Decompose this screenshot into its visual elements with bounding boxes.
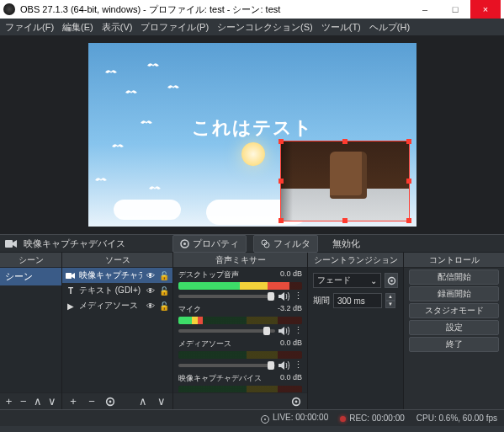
transitions-body: フェード ⌄ 期間 300 ms ▲▼ bbox=[308, 268, 403, 409]
context-source-name: 映像キャプチャデバイス bbox=[24, 237, 125, 250]
preview-canvas[interactable]: これはテスト bbox=[88, 43, 416, 227]
remove-source-button[interactable]: − bbox=[84, 395, 99, 408]
scene-item[interactable]: シーン bbox=[0, 268, 61, 285]
studio-mode-button[interactable]: スタジオモード bbox=[409, 303, 499, 318]
sources-list[interactable]: 映像キャプチャデバ 👁 🔓 T テキスト (GDI+) 👁 🔓 ▶ メディアソー… bbox=[62, 268, 172, 392]
exit-button[interactable]: 終了 bbox=[409, 337, 499, 352]
filters-button[interactable]: フィルタ bbox=[253, 235, 318, 253]
visibility-toggle[interactable]: 👁 bbox=[146, 286, 156, 296]
text-icon: T bbox=[66, 286, 76, 296]
channel-menu-button[interactable]: ⋮ bbox=[294, 325, 302, 336]
maximize-button[interactable]: □ bbox=[440, 0, 470, 19]
speaker-icon[interactable] bbox=[279, 326, 290, 336]
channel-db: 0.0 dB bbox=[280, 373, 302, 384]
disable-label: 無効化 bbox=[332, 237, 360, 250]
svg-point-7 bbox=[109, 400, 112, 403]
svg-point-2 bbox=[183, 243, 186, 245]
mixer-header[interactable]: 音声ミキサー bbox=[173, 253, 307, 268]
svg-point-11 bbox=[390, 280, 393, 282]
transitions-header[interactable]: シーントランジション bbox=[308, 253, 403, 268]
svg-rect-5 bbox=[66, 272, 72, 278]
duration-stepper[interactable]: ▲▼ bbox=[385, 293, 395, 308]
speaker-icon[interactable] bbox=[279, 291, 290, 301]
volume-slider[interactable] bbox=[178, 295, 275, 298]
source-down-button[interactable]: ∨ bbox=[154, 395, 169, 408]
resize-handle[interactable] bbox=[406, 179, 411, 184]
start-recording-button[interactable]: 録画開始 bbox=[409, 286, 499, 301]
lock-toggle[interactable]: 🔓 bbox=[159, 271, 169, 280]
filters-label: フィルタ bbox=[273, 237, 310, 250]
mixer-body: デスクトップ音声0.0 dB ⋮マイク-3.2 dB ⋮メディアソース0.0 d… bbox=[173, 268, 307, 392]
source-item[interactable]: 映像キャプチャデバ 👁 🔓 bbox=[62, 268, 172, 283]
mixer-channel: メディアソース0.0 dB ⋮ bbox=[173, 337, 307, 371]
preview-bird bbox=[95, 176, 107, 184]
remove-scene-button[interactable]: − bbox=[18, 395, 29, 408]
resize-handle[interactable] bbox=[342, 139, 347, 144]
channel-name: デスクトップ音声 bbox=[178, 269, 239, 280]
resize-handle[interactable] bbox=[279, 218, 284, 223]
settings-button[interactable]: 設定 bbox=[409, 320, 499, 335]
visibility-toggle[interactable]: 👁 bbox=[146, 301, 156, 311]
menu-edit[interactable]: 編集(E) bbox=[62, 21, 93, 34]
resize-handle[interactable] bbox=[342, 218, 347, 223]
source-up-button[interactable]: ∧ bbox=[135, 395, 151, 408]
resize-handle[interactable] bbox=[279, 179, 284, 184]
scenes-header[interactable]: シーン bbox=[0, 253, 61, 268]
duration-input[interactable]: 300 ms bbox=[333, 293, 382, 308]
resize-handle[interactable] bbox=[279, 139, 284, 144]
minimize-button[interactable]: – bbox=[410, 0, 440, 19]
preview-bird bbox=[149, 184, 161, 193]
duration-label: 期間 bbox=[313, 295, 330, 307]
chevron-down-icon: ⌄ bbox=[370, 276, 377, 285]
close-button[interactable]: × bbox=[470, 0, 501, 19]
resize-handle[interactable] bbox=[406, 139, 411, 144]
audio-mixer-panel: 音声ミキサー デスクトップ音声0.0 dB ⋮マイク-3.2 dB ⋮メディアソ… bbox=[173, 253, 308, 409]
source-label: メディアソース bbox=[79, 300, 142, 312]
preview-bird bbox=[141, 119, 152, 127]
filter-icon bbox=[261, 239, 270, 248]
volume-slider[interactable] bbox=[178, 329, 275, 333]
menu-help[interactable]: ヘルプ(H) bbox=[369, 21, 410, 34]
transition-properties-button[interactable] bbox=[385, 273, 398, 288]
obs-app-icon bbox=[3, 3, 15, 15]
start-streaming-button[interactable]: 配信開始 bbox=[409, 269, 499, 285]
properties-label: プロパティ bbox=[193, 237, 239, 250]
menu-tools[interactable]: ツール(T) bbox=[321, 21, 361, 34]
audio-meter bbox=[178, 317, 302, 324]
preview-bird bbox=[112, 142, 124, 151]
volume-slider[interactable] bbox=[178, 364, 275, 367]
speaker-icon[interactable] bbox=[279, 360, 290, 371]
scenes-list[interactable]: シーン bbox=[0, 268, 61, 392]
menu-view[interactable]: 表示(V) bbox=[102, 21, 133, 34]
source-item[interactable]: T テキスト (GDI+) 👁 🔓 bbox=[62, 283, 172, 298]
menu-file[interactable]: ファイル(F) bbox=[5, 21, 54, 34]
channel-menu-button[interactable]: ⋮ bbox=[294, 291, 302, 301]
camera-icon bbox=[5, 239, 17, 248]
mixer-channel: 映像キャプチャデバイス0.0 dB ⋮ bbox=[173, 371, 307, 392]
status-bar: LIVE: 00:00:00 REC: 00:00:00 CPU: 0.6%, … bbox=[0, 409, 504, 426]
sources-header[interactable]: ソース bbox=[62, 253, 172, 268]
scene-down-button[interactable]: ∨ bbox=[47, 395, 58, 408]
mixer-settings-button[interactable] bbox=[289, 395, 304, 408]
visibility-toggle[interactable]: 👁 bbox=[146, 271, 156, 280]
add-scene-button[interactable]: + bbox=[3, 395, 14, 408]
broadcast-icon bbox=[261, 415, 269, 424]
source-item[interactable]: ▶ メディアソース 👁 🔓 bbox=[62, 298, 172, 313]
properties-button[interactable]: プロパティ bbox=[172, 235, 247, 253]
transition-select[interactable]: フェード ⌄ bbox=[313, 273, 381, 288]
scene-up-button[interactable]: ∧ bbox=[33, 395, 44, 408]
svg-rect-0 bbox=[5, 240, 13, 248]
add-source-button[interactable]: + bbox=[66, 395, 81, 408]
lock-toggle[interactable]: 🔓 bbox=[159, 301, 169, 311]
resize-handle[interactable] bbox=[406, 218, 411, 223]
media-icon: ▶ bbox=[66, 301, 76, 311]
source-properties-button[interactable] bbox=[103, 395, 118, 408]
menu-profile[interactable]: プロファイル(P) bbox=[141, 21, 209, 34]
preview-pip-selected[interactable] bbox=[280, 141, 410, 221]
svg-point-9 bbox=[295, 400, 298, 403]
controls-header[interactable]: コントロール bbox=[404, 253, 504, 268]
menu-scene-collection[interactable]: シーンコレクション(S) bbox=[217, 21, 313, 34]
channel-menu-button[interactable]: ⋮ bbox=[294, 360, 302, 371]
lock-toggle[interactable]: 🔓 bbox=[159, 286, 169, 296]
disable-button[interactable]: 無効化 bbox=[325, 235, 368, 253]
